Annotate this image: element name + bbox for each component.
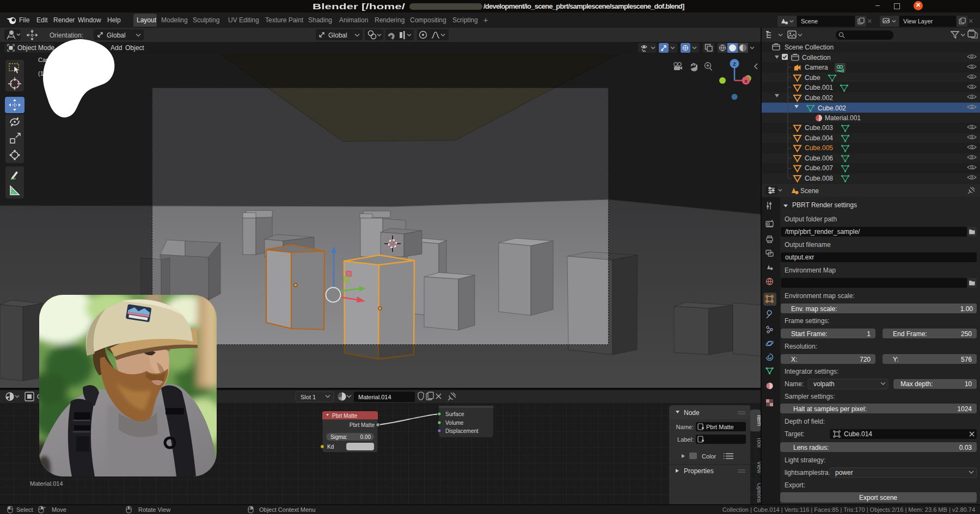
svg-text:Sigma:: Sigma: bbox=[330, 434, 347, 440]
svg-text:Cube.003: Cube.003 bbox=[805, 124, 833, 132]
svg-text:Camera: Camera bbox=[805, 64, 828, 71]
svg-text:Options: Options bbox=[756, 483, 761, 503]
svg-text:PBRT Render settings: PBRT Render settings bbox=[792, 201, 857, 209]
svg-text:Z: Z bbox=[733, 61, 736, 67]
svg-text:Name:: Name: bbox=[676, 424, 694, 430]
svg-text:Tool: Tool bbox=[756, 437, 761, 447]
svg-text:Material.014: Material.014 bbox=[358, 394, 391, 400]
svg-text:Move: Move bbox=[52, 506, 66, 513]
svg-text:Environment Map: Environment Map bbox=[785, 267, 836, 274]
svg-text:/tmp/pbrt_render_sample/: /tmp/pbrt_render_sample/ bbox=[785, 228, 860, 236]
svg-text:Max depth:: Max depth: bbox=[901, 380, 933, 388]
svg-text:Scene Collection: Scene Collection bbox=[785, 44, 834, 51]
svg-text:Output filename: Output filename bbox=[785, 241, 831, 249]
svg-text:Cube.008: Cube.008 bbox=[805, 175, 833, 182]
svg-text:0.03: 0.03 bbox=[959, 444, 972, 451]
svg-text:10: 10 bbox=[965, 380, 972, 388]
svg-text:Label:: Label: bbox=[677, 436, 694, 443]
svg-text:Output folder path: Output folder path bbox=[785, 215, 837, 223]
svg-text:Object: Object bbox=[125, 44, 144, 52]
svg-text:End Frame:: End Frame: bbox=[893, 330, 927, 338]
svg-text:1024: 1024 bbox=[957, 405, 972, 413]
svg-text:Volume: Volume bbox=[445, 420, 464, 426]
svg-text:Color: Color bbox=[702, 453, 716, 460]
svg-text:0.00: 0.00 bbox=[360, 434, 371, 440]
svg-text:Cube.014: Cube.014 bbox=[844, 430, 872, 438]
svg-text:1: 1 bbox=[867, 330, 871, 338]
svg-text:Cube.006: Cube.006 bbox=[805, 154, 833, 162]
svg-text:Kd: Kd bbox=[327, 444, 334, 450]
svg-text:power: power bbox=[835, 469, 853, 476]
svg-text:Global: Global bbox=[328, 32, 347, 39]
svg-text:Properties: Properties bbox=[684, 467, 714, 475]
svg-text:Cube.002: Cube.002 bbox=[805, 94, 833, 102]
svg-text:Cube: Cube bbox=[805, 74, 820, 82]
svg-text:Pbrt Matte: Pbrt Matte bbox=[350, 422, 375, 428]
svg-text:Item: Item bbox=[756, 415, 761, 426]
svg-text:lightsamplestra..: lightsamplestra.. bbox=[785, 469, 832, 476]
svg-text:1.00: 1.00 bbox=[960, 305, 973, 313]
svg-text:Lens radius:: Lens radius: bbox=[793, 444, 829, 451]
svg-text:Collection: Collection bbox=[802, 54, 831, 61]
svg-text:Pbrt Matte: Pbrt Matte bbox=[332, 413, 358, 419]
svg-text:Object Context Menu: Object Context Menu bbox=[259, 506, 315, 513]
svg-text:Target:: Target: bbox=[785, 430, 805, 438]
svg-text:X: X bbox=[744, 79, 748, 84]
svg-text:Cube.007: Cube.007 bbox=[805, 164, 833, 172]
svg-text:Scene: Scene bbox=[800, 187, 819, 195]
svg-text:Halt at samples per pixel:: Halt at samples per pixel: bbox=[793, 405, 867, 413]
svg-text:Depth of field:: Depth of field: bbox=[785, 418, 825, 425]
svg-text:Name:: Name: bbox=[785, 380, 804, 388]
svg-text:Cube.001: Cube.001 bbox=[805, 84, 833, 91]
svg-text:Integrator settings:: Integrator settings: bbox=[785, 368, 838, 375]
svg-text:Export scene: Export scene bbox=[859, 494, 897, 501]
svg-text:Cube.002: Cube.002 bbox=[818, 104, 846, 112]
svg-text:View: View bbox=[756, 461, 761, 474]
svg-text:Surface: Surface bbox=[445, 411, 464, 417]
svg-text:Y:: Y: bbox=[893, 356, 899, 363]
svg-text:Material.014: Material.014 bbox=[30, 480, 63, 487]
svg-text:Displacement: Displacement bbox=[445, 428, 479, 434]
svg-text:output.exr: output.exr bbox=[785, 253, 814, 261]
svg-text:Cube.005: Cube.005 bbox=[805, 144, 833, 152]
svg-text:Select: Select bbox=[16, 506, 33, 513]
svg-text:Node: Node bbox=[684, 409, 700, 417]
svg-text:250: 250 bbox=[961, 330, 972, 338]
svg-text:720: 720 bbox=[860, 356, 871, 363]
svg-text:X:: X: bbox=[791, 356, 797, 363]
svg-text:Resolution:: Resolution: bbox=[785, 343, 817, 350]
svg-text:Rotate View: Rotate View bbox=[138, 506, 170, 513]
svg-text:Export:: Export: bbox=[785, 481, 805, 489]
svg-text:Material.001: Material.001 bbox=[825, 114, 861, 122]
svg-text:Pbrt Matte: Pbrt Matte bbox=[706, 424, 734, 430]
svg-text:Env. map scale:: Env. map scale: bbox=[791, 305, 837, 313]
svg-text:576: 576 bbox=[961, 356, 972, 363]
svg-text:Frame settings:: Frame settings: bbox=[785, 317, 830, 325]
svg-text:Sampler settings:: Sampler settings: bbox=[785, 393, 835, 400]
svg-text:Environment map scale:: Environment map scale: bbox=[785, 292, 855, 300]
svg-text:Start Frame:: Start Frame: bbox=[791, 330, 828, 338]
svg-text:Cube.004: Cube.004 bbox=[805, 134, 833, 142]
svg-text:volpath: volpath bbox=[813, 380, 835, 388]
svg-text:Collection | Cube.014 | Verts:: Collection | Cube.014 | Verts:116 | Face… bbox=[722, 506, 975, 513]
svg-text:Light strategy:: Light strategy: bbox=[785, 456, 825, 464]
svg-text:Slot 1: Slot 1 bbox=[301, 394, 316, 400]
